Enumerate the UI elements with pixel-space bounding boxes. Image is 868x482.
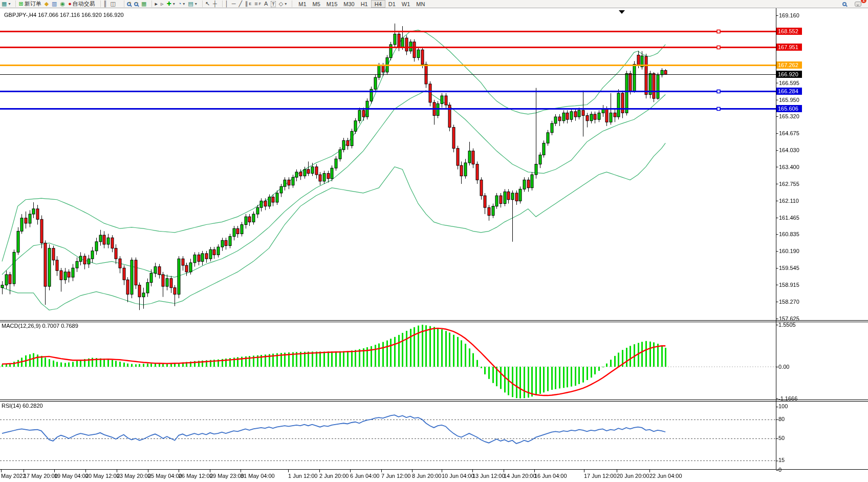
chart-shift-icon: ▹ [161,1,164,7]
chevron-down-icon: ▾ [285,2,287,6]
vertical-line-icon: │ [225,1,229,7]
chevron-down-icon: ▾ [195,2,197,6]
chart-mini-icon: ▦ [2,1,7,7]
timeframe-h1-button[interactable]: H1 [358,0,371,8]
notification-badge: 1 [861,0,866,3]
bar-chart-icon: ║ [103,1,107,7]
line-chart-button[interactable] [117,0,120,8]
chart-title: GBPJPY-,H4 167.066 167.116 166.920 166.9… [4,12,124,18]
periods-clock-icon: ◔ [178,1,182,7]
arrows-icon: ◇ [279,1,283,7]
timeframe-m15-button[interactable]: M15 [323,0,340,8]
chevron-down-icon: ▾ [8,2,10,6]
fibonacci-sub-label: F [259,2,261,6]
data-window-button[interactable]: ◉ [59,0,67,8]
horizontal-line-icon: ─ [232,1,236,7]
toolbar-separator [220,1,223,7]
trendline-button[interactable]: ╱ [237,0,244,8]
toolbar-separator [98,1,101,7]
chart-shift-button[interactable]: ▹ [159,0,165,8]
macd-indicator-label: MACD(12,26,9) 0.7007 0.7689 [2,323,78,329]
toolbar-separator [289,1,292,7]
chevron-down-icon: ▾ [173,2,175,6]
text-icon: A [264,1,268,7]
equidistant-channel-icon: ∥ [245,1,248,7]
autotrade-button[interactable]: ● 自动交易 [67,0,97,8]
toolbar: ▦ ▾ ⊞ 新订单 ◆ ▥ ◉ ● 自动交易 ║ ◫ [0,0,868,8]
candlestick-icon: ◫ [111,1,116,7]
timeframe-mn-button[interactable]: MN [413,0,428,8]
chat-bubble-icon [855,2,861,7]
notifications-button[interactable]: 1 [853,0,863,8]
candlestick-button[interactable]: ◫ [109,0,117,8]
mt4-window: ▦ ▾ ⊞ 新订单 ◆ ▥ ◉ ● 自动交易 ║ ◫ [0,0,868,482]
trendline-icon: ╱ [238,1,242,7]
data-window-icon: ◉ [60,1,66,7]
templates-button[interactable]: ▤ ▾ [186,0,198,8]
chart-shift-marker-icon [619,10,625,14]
search-icon [842,2,847,6]
toolbar-separator [121,1,124,7]
new-order-label: 新订单 [25,0,41,8]
timeframe-group: M1M5M15M30H1H4D1W1MN [295,0,428,8]
chart-mini-button[interactable]: ▦ ▾ [0,0,12,8]
arrows-button[interactable]: ◇ ▾ [277,0,288,8]
text-label-button[interactable]: T [269,0,277,8]
indicators-icon: ✚ [166,1,171,7]
toolbar-right: 1 [841,0,868,8]
zoom-out-button[interactable]: − [133,0,140,8]
market-watch-icon: ▥ [52,1,57,7]
zoom-in-icon: + [127,2,131,6]
cursor-button[interactable]: ↖ [204,0,211,8]
timeframe-d1-button[interactable]: D1 [385,0,399,8]
vertical-line-button[interactable]: │ [224,0,230,8]
text-button[interactable]: A [263,0,269,8]
tile-windows-button[interactable]: ▦ [140,0,148,8]
toolbar-separator [13,1,16,7]
horizontal-line-button[interactable]: ─ [230,0,237,8]
crosshair-button[interactable]: ┼ [211,0,219,8]
cursor-icon: ↖ [205,1,210,7]
timeframe-m1-button[interactable]: M1 [295,0,309,8]
chevron-down-icon: ▾ [183,2,185,6]
auto-scroll-button[interactable]: ▸ [153,0,159,8]
fibonacci-button[interactable]: ≡F [253,0,263,8]
bar-chart-button[interactable]: ║ [102,0,109,8]
channel-sub-label: E [249,2,252,6]
price-chart-canvas[interactable] [0,0,868,482]
market-watch-button[interactable]: ▥ [50,0,58,8]
indicators-button[interactable]: ✚ ▾ [165,0,176,8]
rsi-indicator-label: RSI(14) 60.2820 [2,403,43,409]
crosshair-icon: ┼ [213,1,217,7]
new-order-button[interactable]: ⊞ 新订单 [17,0,42,8]
periods-button[interactable]: ◔ ▾ [177,0,187,8]
timeframe-m30-button[interactable]: M30 [340,0,357,8]
tile-windows-icon: ▦ [141,1,146,7]
timeframe-w1-button[interactable]: W1 [399,0,414,8]
profiles-icon: ◆ [45,1,49,7]
fibonacci-icon: ≡ [254,1,257,7]
autotrade-label: 自动交易 [73,0,95,8]
zoom-out-icon: − [134,2,138,6]
new-order-icon: ⊞ [18,1,23,7]
timeframe-m5-button[interactable]: M5 [310,0,323,8]
profiles-button[interactable]: ◆ [43,0,50,8]
autotrade-icon: ● [68,1,72,7]
auto-scroll-icon: ▸ [155,1,158,7]
search-button[interactable] [841,0,848,8]
zoom-in-button[interactable]: + [125,0,133,8]
timeframe-h4-button[interactable]: H4 [371,0,385,8]
toolbar-separator [149,1,152,7]
text-label-icon: T [271,1,276,7]
toolbar-separator [200,1,203,7]
equidistant-channel-button[interactable]: ∥E [244,0,253,8]
templates-icon: ▤ [188,1,193,7]
